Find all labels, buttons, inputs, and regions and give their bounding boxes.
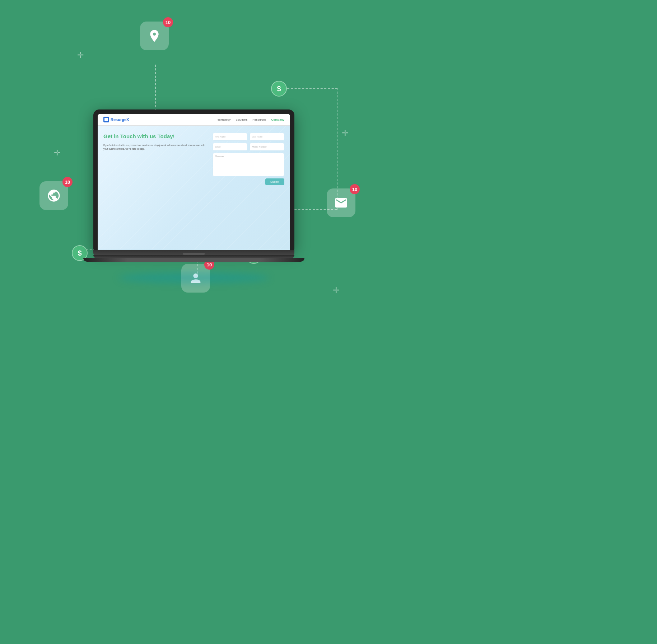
mobile-field[interactable]: Mobile Number (250, 143, 284, 151)
plus-decoration-4: ✛ (333, 286, 339, 294)
nav-company: Company (271, 118, 284, 121)
email-field[interactable]: Email (213, 143, 247, 151)
mail-badge: 10 (350, 184, 360, 194)
message-field[interactable]: Message (213, 153, 284, 176)
laptop-foot (83, 258, 304, 262)
website-hero-text: Get in Touch with us Today! If you're in… (103, 133, 207, 242)
laptop-screen-outer: ResurgeX Technology Solutions Resources … (93, 109, 294, 250)
mail-icon (334, 196, 348, 210)
website-description: If you're interested in our products or … (103, 144, 207, 151)
first-name-field[interactable]: First Name (213, 133, 247, 141)
nav-links: Technology Solutions Resources Company (216, 118, 284, 121)
website-logo: ResurgeX (103, 117, 129, 122)
website-title: Get in Touch with us Today! (103, 133, 207, 140)
nav-solutions: Solutions (236, 118, 247, 121)
laptop-screen: ResurgeX Technology Solutions Resources … (98, 114, 290, 250)
location-badge: 10 (163, 17, 173, 27)
location-icon-box: 10 (140, 22, 169, 50)
contact-form: First Name Last Name Email Mobile Number… (213, 133, 284, 242)
submit-button[interactable]: Submit (265, 178, 284, 185)
main-scene: ✛ ✛ ✛ ✛ 10 10 10 10 $ $ $ (22, 9, 381, 350)
title-rest: with us Today! (136, 133, 175, 139)
mail-icon-box: 10 (327, 188, 355, 217)
title-highlight: Get in Touch (103, 133, 136, 139)
nav-resources: Resources (252, 118, 266, 121)
last-name-field[interactable]: Last Name (250, 133, 284, 141)
location-icon (147, 29, 162, 43)
laptop-stand (93, 255, 294, 258)
dollar-circle-top-right: $ (271, 81, 287, 97)
logo-icon (103, 117, 109, 122)
laptop-body: ResurgeX Technology Solutions Resources … (93, 109, 294, 262)
laptop-base (93, 250, 294, 255)
logo-text: ResurgeX (111, 117, 129, 122)
svg-rect-0 (104, 118, 108, 121)
website-body: Get in Touch with us Today! If you're in… (98, 126, 290, 249)
form-contact-row: Email Mobile Number (213, 143, 284, 151)
form-name-row: First Name Last Name (213, 133, 284, 141)
plus-decoration-1: ✛ (77, 51, 84, 59)
globe-badge: 10 (62, 177, 73, 187)
plus-decoration-3: ✛ (342, 129, 348, 137)
website-navbar: ResurgeX Technology Solutions Resources … (98, 114, 290, 126)
globe-icon-box: 10 (39, 181, 68, 210)
globe-icon (47, 188, 61, 203)
dashed-line-top-right-h (287, 88, 337, 89)
plus-decoration-2: ✛ (54, 149, 60, 157)
laptop-shadow (118, 272, 269, 283)
nav-technology: Technology (216, 118, 230, 121)
logo-svg (104, 118, 108, 121)
laptop: ResurgeX Technology Solutions Resources … (93, 109, 294, 262)
